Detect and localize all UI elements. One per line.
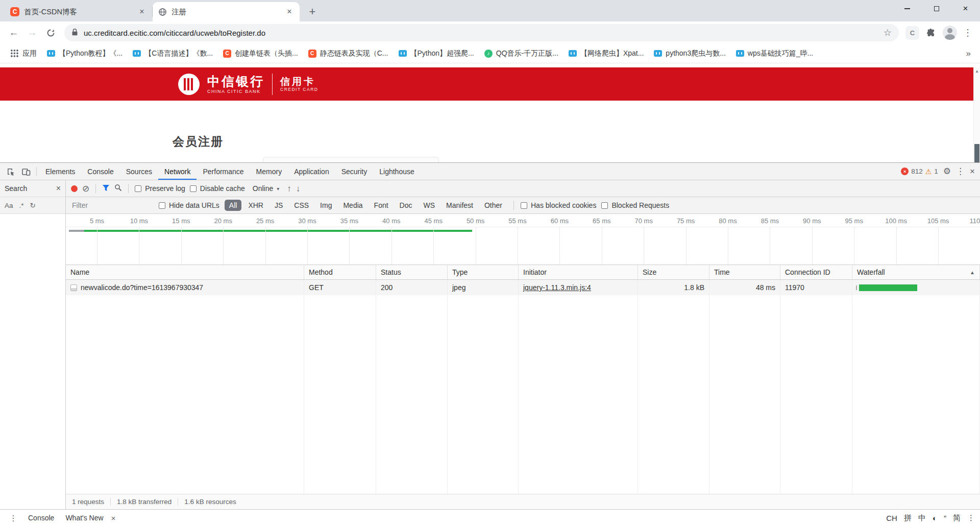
devtools-tab-security[interactable]: Security — [335, 163, 374, 180]
search-pane-title: Search — [5, 184, 27, 193]
network-timeline-overview[interactable]: 5 ms10 ms15 ms20 ms25 ms30 ms35 ms40 ms4… — [66, 214, 980, 265]
search-close-icon[interactable]: × — [56, 184, 61, 193]
back-button[interactable]: ← — [5, 24, 22, 41]
column-header-connection-id[interactable]: Connection ID — [780, 265, 852, 279]
browser-tab-register[interactable]: 注册 × — [153, 2, 300, 21]
devtools-close-icon[interactable]: × — [970, 166, 975, 177]
omnibox[interactable]: uc.creditcard.ecitic.com/citiccard/ucweb… — [64, 24, 899, 41]
devtools-settings-icon[interactable]: ⚙ — [943, 166, 951, 177]
page-scrollbar[interactable]: ▲ — [973, 67, 980, 162]
drawer-tab-what-s-new[interactable]: What's New — [60, 510, 109, 526]
filter-input[interactable] — [72, 201, 154, 209]
close-window-button[interactable]: × — [951, 0, 980, 17]
match-case-button[interactable]: Aa — [5, 202, 13, 209]
has-blocked-cookies-checkbox[interactable] — [521, 202, 527, 209]
filter-toggle-icon[interactable] — [102, 184, 110, 193]
devtools-tab-network[interactable]: Network — [158, 163, 197, 180]
browser-tab-csdn[interactable]: C 首页-CSDN博客 × — [5, 2, 152, 21]
column-header-time[interactable]: Time — [709, 265, 780, 279]
inspect-element-button[interactable] — [3, 165, 18, 178]
ime-status-bar[interactable]: CH拼中◐”简⋮ — [886, 510, 975, 526]
bookmark-item[interactable]: python3爬虫与数... — [649, 46, 730, 61]
reload-button[interactable] — [42, 24, 59, 41]
import-har-icon[interactable]: ↑ — [287, 184, 291, 193]
drawer-menu-icon[interactable]: ⋮ — [5, 513, 21, 523]
filter-pill-xhr[interactable]: XHR — [243, 200, 268, 211]
export-har-icon[interactable]: ↓ — [296, 184, 301, 193]
regex-button[interactable]: .* — [19, 202, 24, 209]
csdn-icon: C — [223, 50, 231, 58]
forward-button[interactable]: → — [23, 24, 41, 41]
console-issues-badge[interactable]: × 812 ⚠ 1 — [901, 168, 938, 176]
bookmark-item[interactable]: ♪QQ音乐-千万正版... — [480, 46, 563, 61]
new-tab-button[interactable]: + — [305, 4, 320, 19]
devtools-tab-memory[interactable]: Memory — [250, 163, 288, 180]
bookmark-item[interactable]: C静态链表及实现（C... — [304, 46, 393, 61]
browser-menu-icon[interactable]: ⋮ — [961, 26, 975, 40]
initiator-link[interactable]: jquery-1.11.3.min.js:4 — [523, 283, 591, 292]
column-header-name[interactable]: Name — [66, 265, 304, 279]
tab-close-icon[interactable]: × — [284, 7, 295, 17]
column-header-waterfall[interactable]: Waterfall▲ — [852, 265, 980, 279]
filter-pill-media[interactable]: Media — [338, 200, 367, 211]
bookmark-item[interactable]: 【网络爬虫】Xpat... — [564, 46, 648, 61]
timeline-label: 35 ms — [340, 217, 358, 225]
throttling-dropdown[interactable]: Online ▾ — [250, 184, 283, 193]
filter-pill-manifest[interactable]: Manifest — [442, 200, 478, 211]
column-header-status[interactable]: Status — [376, 265, 448, 279]
search-icon[interactable] — [114, 184, 122, 193]
filter-pill-css[interactable]: CSS — [289, 200, 313, 211]
record-button[interactable] — [71, 185, 78, 192]
extension-c-icon[interactable]: C — [905, 26, 919, 40]
bookmark-item[interactable]: C创建单链表（头插... — [218, 46, 303, 61]
bookmark-item[interactable]: 【Python教程】《... — [42, 46, 127, 61]
scroll-up-icon[interactable]: ▲ — [974, 67, 980, 75]
column-header-initiator[interactable]: Initiator — [519, 265, 638, 279]
device-toolbar-button[interactable] — [18, 165, 34, 178]
devtools-tab-sources[interactable]: Sources — [120, 163, 158, 180]
tab-close-icon[interactable]: × — [137, 7, 147, 17]
drawer-tab-close-icon[interactable]: × — [109, 514, 118, 522]
bookmarks-overflow-icon[interactable]: » — [963, 49, 974, 59]
devtools-tab-performance[interactable]: Performance — [197, 163, 250, 180]
bookmark-item[interactable]: 【Python】超强爬... — [394, 46, 479, 61]
network-panel: ⊘ Preserve log Disable ca — [66, 180, 980, 509]
bookmark-star-icon[interactable]: ☆ — [884, 27, 892, 38]
scrollbar-thumb[interactable] — [974, 144, 979, 162]
devtools-tab-application[interactable]: Application — [288, 163, 335, 180]
timeline-label: 30 ms — [298, 217, 316, 225]
maximize-button[interactable] — [922, 0, 951, 17]
bookmark-item[interactable]: 【C语言描述】《数... — [128, 46, 217, 61]
drawer-tab-console[interactable]: Console — [22, 510, 60, 526]
citic-emblem-icon — [178, 74, 200, 95]
column-header-method[interactable]: Method — [304, 265, 376, 279]
extensions-puzzle-icon[interactable] — [923, 25, 938, 40]
blocked-requests-checkbox[interactable] — [601, 202, 608, 209]
toolbar-separator — [36, 167, 37, 176]
filter-pill-all[interactable]: All — [225, 200, 242, 211]
preserve-log-checkbox[interactable] — [135, 185, 141, 192]
filter-pill-other[interactable]: Other — [480, 200, 507, 211]
timeline-label: 65 ms — [593, 217, 610, 225]
network-request-row[interactable]: newvalicode.do?time=1613967930347GET200j… — [66, 280, 980, 295]
devtools-tab-elements[interactable]: Elements — [39, 163, 81, 180]
filter-pill-doc[interactable]: Doc — [395, 200, 417, 211]
bookmark-item[interactable]: 应用 — [6, 46, 41, 61]
disable-cache-checkbox[interactable] — [190, 185, 197, 192]
hide-data-urls-checkbox[interactable] — [159, 202, 165, 209]
minimize-button[interactable] — [893, 0, 922, 17]
column-header-size[interactable]: Size — [638, 265, 709, 279]
filter-pill-font[interactable]: Font — [370, 200, 393, 211]
timeline-label: 25 ms — [256, 217, 274, 225]
filter-pill-js[interactable]: JS — [270, 200, 287, 211]
devtools-tab-console[interactable]: Console — [81, 163, 119, 180]
refresh-search-icon[interactable]: ↻ — [30, 201, 36, 209]
devtools-tab-lighthouse[interactable]: Lighthouse — [373, 163, 421, 180]
devtools-menu-icon[interactable]: ⋮ — [956, 166, 965, 177]
filter-pill-ws[interactable]: WS — [419, 200, 440, 211]
bookmark-item[interactable]: wps基础技巧篇_哔... — [731, 46, 818, 61]
profile-avatar[interactable] — [943, 26, 957, 40]
clear-button[interactable]: ⊘ — [82, 184, 89, 193]
column-header-type[interactable]: Type — [448, 265, 519, 279]
filter-pill-img[interactable]: Img — [315, 200, 336, 211]
